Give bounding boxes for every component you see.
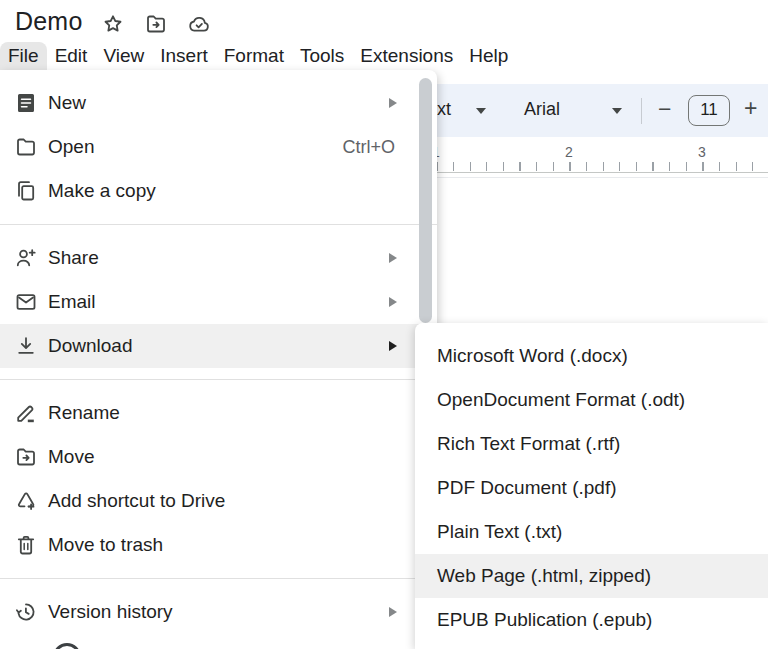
- increase-font-size-button[interactable]: +: [744, 97, 757, 120]
- menu-item-label: Share: [48, 247, 99, 269]
- menu-item-version-history[interactable]: Version history: [0, 590, 437, 634]
- menu-item-move[interactable]: Move: [0, 435, 437, 479]
- menu-tools[interactable]: Tools: [292, 42, 352, 70]
- menu-item-label: Open: [48, 136, 94, 158]
- download-submenu: Microsoft Word (.docx) OpenDocument Form…: [415, 323, 768, 649]
- menu-divider: [0, 224, 437, 225]
- menu-item-label: Rename: [48, 402, 120, 424]
- document-title[interactable]: Demo: [15, 7, 83, 36]
- menu-item-label: New: [48, 92, 86, 114]
- cloud-check-icon[interactable]: [187, 12, 211, 36]
- trash-icon: [14, 533, 38, 557]
- menu-item-share[interactable]: Share: [0, 236, 437, 280]
- submenu-arrow-icon: [389, 341, 397, 351]
- menu-item-label: Add shortcut to Drive: [48, 490, 225, 512]
- submenu-arrow-icon: [389, 607, 397, 617]
- document-page-edge: [437, 177, 768, 178]
- menu-file[interactable]: File: [0, 42, 47, 70]
- menu-item-label: Download: [48, 335, 133, 357]
- submenu-arrow-icon: [389, 98, 397, 108]
- menu-item-email[interactable]: Email: [0, 280, 437, 324]
- submenu-item-docx[interactable]: Microsoft Word (.docx): [415, 334, 768, 378]
- menu-scrollbar[interactable]: [419, 78, 432, 323]
- menu-help[interactable]: Help: [461, 42, 516, 70]
- menu-view[interactable]: View: [95, 42, 152, 70]
- menu-item-rename[interactable]: Rename: [0, 391, 437, 435]
- google-docs-window: Demo File Edit View Insert Format Tools …: [0, 0, 768, 649]
- toolbar-divider: [641, 98, 642, 124]
- drive-add-icon: [14, 489, 38, 513]
- ruler-ticks: [421, 162, 768, 171]
- download-icon: [14, 334, 38, 358]
- menu-item-label: Make a copy: [48, 180, 156, 202]
- menu-item-label: Email: [48, 291, 96, 313]
- chevron-down-icon[interactable]: [612, 108, 622, 114]
- file-menu: New Open Ctrl+O Make a copy Share: [0, 70, 437, 649]
- font-family-selector[interactable]: Arial: [524, 99, 560, 120]
- folder-icon: [14, 135, 38, 159]
- new-document-icon: [14, 91, 38, 115]
- submenu-arrow-icon: [389, 297, 397, 307]
- history-icon: [14, 600, 38, 624]
- menu-item-make-a-copy[interactable]: Make a copy: [0, 169, 437, 213]
- submenu-arrow-icon: [389, 253, 397, 263]
- move-folder-icon: [14, 445, 38, 469]
- menubar: File Edit View Insert Format Tools Exten…: [0, 42, 516, 70]
- mail-icon: [14, 290, 38, 314]
- submenu-item-txt[interactable]: Plain Text (.txt): [415, 510, 768, 554]
- offline-icon: [53, 643, 81, 649]
- submenu-item-odt[interactable]: OpenDocument Format (.odt): [415, 378, 768, 422]
- menu-item-new[interactable]: New: [0, 81, 437, 125]
- menu-item-label: Version history: [48, 601, 173, 623]
- decrease-font-size-button[interactable]: −: [658, 98, 671, 121]
- pencil-icon: [14, 401, 38, 425]
- menu-item-open[interactable]: Open Ctrl+O: [0, 125, 437, 169]
- submenu-item-html-zipped[interactable]: Web Page (.html, zipped): [415, 554, 768, 598]
- submenu-item-pdf[interactable]: PDF Document (.pdf): [415, 466, 768, 510]
- font-size-input[interactable]: 11: [688, 95, 730, 126]
- menu-item-label: Move: [48, 446, 94, 468]
- menu-item-add-shortcut-to-drive[interactable]: Add shortcut to Drive: [0, 479, 437, 523]
- chevron-down-icon[interactable]: [476, 108, 486, 114]
- move-folder-icon[interactable]: [144, 12, 168, 36]
- copy-icon: [14, 179, 38, 203]
- submenu-item-epub[interactable]: EPUB Publication (.epub): [415, 598, 768, 642]
- person-add-icon: [14, 246, 38, 270]
- keyboard-shortcut: Ctrl+O: [342, 137, 395, 158]
- star-icon[interactable]: [101, 12, 125, 36]
- menu-format[interactable]: Format: [216, 42, 292, 70]
- menu-insert[interactable]: Insert: [152, 42, 216, 70]
- menu-edit[interactable]: Edit: [47, 42, 96, 70]
- ruler-mark-3: 3: [695, 144, 709, 160]
- ruler-mark-2: 2: [562, 144, 576, 160]
- paragraph-style-selector[interactable]: xt: [437, 99, 451, 120]
- submenu-item-rtf[interactable]: Rich Text Format (.rtf): [415, 422, 768, 466]
- menu-item-label: Move to trash: [48, 534, 163, 556]
- menu-item-download[interactable]: Download: [0, 324, 437, 368]
- menu-item-move-to-trash[interactable]: Move to trash: [0, 523, 437, 567]
- menu-divider: [0, 578, 437, 579]
- menu-extensions[interactable]: Extensions: [352, 42, 461, 70]
- menu-divider: [0, 379, 437, 380]
